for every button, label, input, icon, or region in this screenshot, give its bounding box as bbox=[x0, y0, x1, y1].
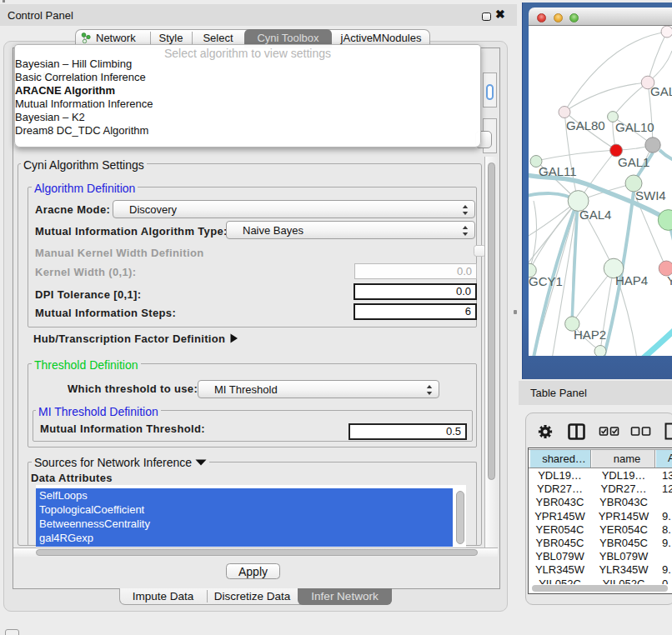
svg-text:HAP2: HAP2 bbox=[574, 328, 606, 342]
svg-text:GAL4: GAL4 bbox=[579, 208, 611, 222]
svg-text:GCY1: GCY1 bbox=[529, 274, 563, 288]
svg-text:GAL2: GAL2 bbox=[650, 84, 672, 98]
svg-text:GAL1: GAL1 bbox=[618, 155, 649, 169]
svg-text:GAL10: GAL10 bbox=[615, 120, 654, 134]
svg-text:GAL80: GAL80 bbox=[566, 118, 605, 132]
svg-text:GAL11: GAL11 bbox=[539, 164, 577, 178]
svg-text:SWI4: SWI4 bbox=[635, 188, 666, 202]
svg-text:HAP4: HAP4 bbox=[615, 273, 648, 288]
svg-text:Y: Y bbox=[667, 273, 672, 288]
